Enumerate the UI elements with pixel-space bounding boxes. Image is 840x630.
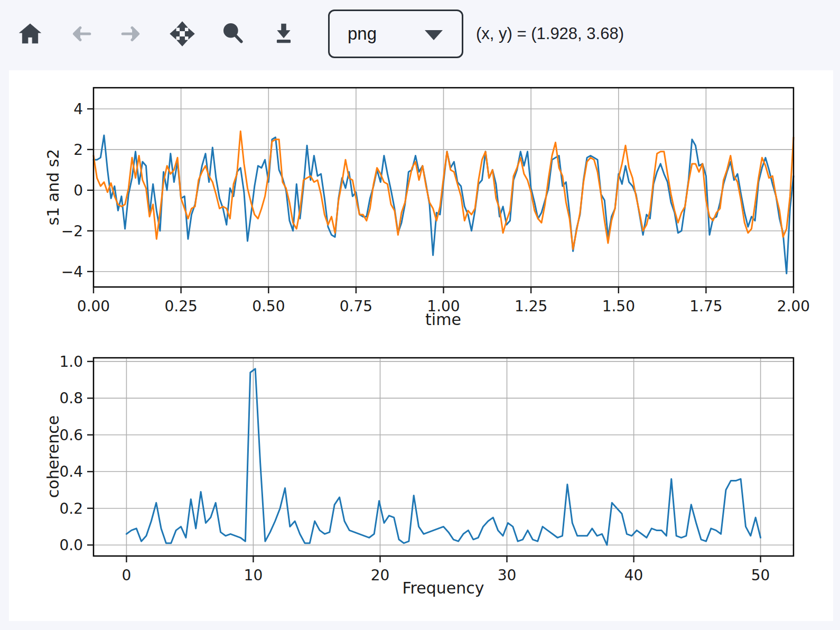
- y-tick-label: 4: [73, 100, 83, 118]
- x-tick-label: 1.75: [689, 298, 722, 315]
- y-tick-label: 0.4: [59, 463, 83, 480]
- figure-canvas[interactable]: 0.000.250.500.751.001.251.501.752.00−4−2…: [9, 70, 833, 621]
- back-button[interactable]: [64, 8, 98, 59]
- x-tick-label: 0: [122, 567, 131, 584]
- x-axis-label-time: time: [425, 310, 461, 329]
- download-icon: [272, 22, 296, 46]
- y-tick-label: 1.0: [59, 353, 83, 370]
- tick-labels: 010203040500.00.20.40.60.81.0: [59, 353, 770, 584]
- x-tick-label: 20: [371, 567, 390, 584]
- download-button[interactable]: [267, 8, 301, 59]
- axes-signals: 0.000.250.500.751.001.251.501.752.00−4−2…: [44, 88, 810, 329]
- zoom-button[interactable]: [216, 8, 250, 59]
- format-select-value: png: [348, 24, 377, 44]
- coordinate-readout: (x, y) = (1.928, 3.68): [476, 24, 624, 43]
- y-tick-label: 0.8: [59, 390, 83, 407]
- x-tick-label: 40: [624, 567, 643, 584]
- x-tick-label: 30: [498, 567, 517, 584]
- y-tick-label: 2: [73, 141, 83, 159]
- y-axis-label-signals: s1 and s2: [44, 149, 62, 226]
- y-tick-label: 0.6: [59, 427, 83, 444]
- x-tick-label: 1.50: [602, 298, 635, 315]
- y-tick-label: 0.2: [59, 500, 83, 517]
- chevron-down-icon: [425, 30, 443, 40]
- home-icon: [18, 22, 42, 46]
- y-tick-label: 0.0: [59, 536, 83, 554]
- x-axis-label-frequency: Frequency: [403, 579, 484, 597]
- y-tick-label: 0: [73, 182, 83, 199]
- arrow-left-icon: [69, 22, 93, 46]
- x-tick-label: 50: [751, 567, 770, 584]
- magnifier-plus-icon: [221, 22, 245, 46]
- matplotlib-toolbar: png (x, y) = (1.928, 3.68): [0, 0, 840, 68]
- pan-button[interactable]: [165, 8, 199, 59]
- charts-svg: 0.000.250.500.751.001.251.501.752.00−4−2…: [9, 70, 833, 621]
- axes-coherence: 010203040500.00.20.40.60.81.0 Frequency …: [44, 353, 794, 597]
- y-tick-label: −4: [61, 263, 83, 281]
- x-tick-label: 1.25: [515, 298, 547, 315]
- move-arrows-icon: [170, 21, 195, 47]
- x-tick-label: 0.75: [340, 298, 372, 315]
- format-select[interactable]: png: [328, 10, 463, 58]
- tick-labels: 0.000.250.500.751.001.251.501.752.00−4−2…: [61, 100, 810, 315]
- forward-button[interactable]: [115, 8, 148, 59]
- plot-lines: [126, 369, 760, 545]
- y-axis-label-coherence: coherence: [44, 415, 62, 498]
- y-tick-label: −2: [61, 223, 83, 240]
- x-tick-label: 0.50: [252, 298, 285, 315]
- x-tick-label: 10: [244, 567, 263, 584]
- coherence-line: [126, 369, 760, 545]
- arrow-right-icon: [119, 22, 144, 46]
- x-tick-label: 0.00: [77, 298, 110, 315]
- x-tick-label: 2.00: [777, 298, 810, 315]
- home-button[interactable]: [13, 8, 47, 59]
- x-tick-label: 0.25: [164, 298, 197, 315]
